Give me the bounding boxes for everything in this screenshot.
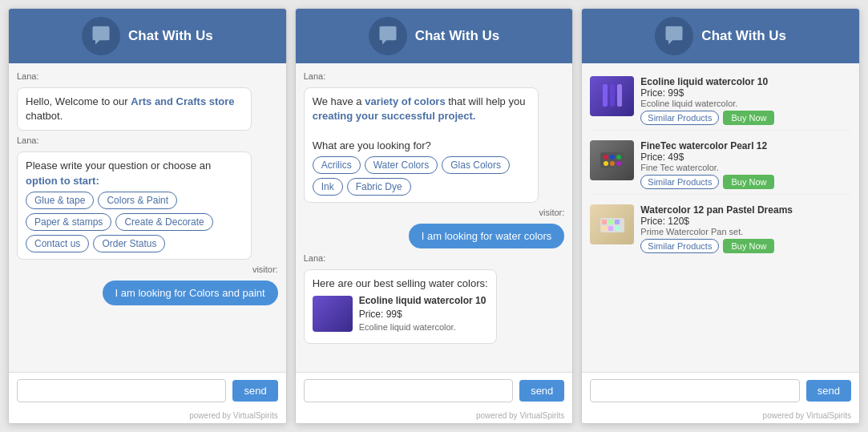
mini-product-name: Ecoline liquid watercolor 10 <box>359 294 486 308</box>
options-prompt-text: Please write your question or choose an … <box>26 159 243 188</box>
svg-point-6 <box>616 155 621 159</box>
buy-btn-1[interactable]: Buy Now <box>723 111 774 125</box>
product-actions-1: Similar Products Buy Now <box>640 111 851 125</box>
bubble-visitor-p2: I am looking for water colors <box>409 224 565 248</box>
product-card-1: Ecoline liquid watercolor 10 Price: 99$ … <box>590 71 851 131</box>
mini-product-desc: Ecoline liquid watercolor. <box>359 321 486 333</box>
product-img-1 <box>590 76 634 116</box>
visitor-label-p2: visitor: <box>304 208 565 217</box>
option-acrilics[interactable]: Acrilics <box>313 156 361 174</box>
chat-widget-3: Chat With Us Ecoline liquid watercolor 1… <box>581 8 860 424</box>
chat-icon-3 <box>655 17 693 55</box>
color-options-row: Acrilics Water Colors Glas Colors Ink Fa… <box>313 156 530 196</box>
svg-point-9 <box>616 161 621 166</box>
bubble-welcome: Hello, Welcome to our Arts and Crafts st… <box>17 87 252 131</box>
mini-product-1: Ecoline liquid watercolor 10 Price: 99$ … <box>313 291 488 337</box>
chat-header-1: Chat With Us <box>9 9 286 63</box>
chat-bubble-icon-3 <box>663 25 685 47</box>
welcome-text: Hello, Welcome to our Arts and Crafts st… <box>26 95 235 122</box>
product-name-2: FineTec watercolor Pearl 12 <box>640 140 851 151</box>
chat-footer-2: send <box>296 372 573 409</box>
product-desc-3: Prime Watercolor Pan set. <box>640 227 851 236</box>
chat-header-3: Chat With Us <box>582 9 859 63</box>
mini-product-img <box>313 296 353 332</box>
chat-body-2: Lana: We have a variety of colors that w… <box>296 63 573 372</box>
product-card-3: Watercolor 12 pan Pastel Dreams Price: 1… <box>590 200 851 258</box>
chat-footer-1: send <box>9 372 286 409</box>
powered-by-2: powered by VirtualSpirits <box>296 409 573 423</box>
bubble-options-prompt: Please write your question or choose an … <box>17 151 252 259</box>
product-price-3: Price: 120$ <box>640 216 851 227</box>
product-img-3 <box>590 204 634 244</box>
buy-btn-2[interactable]: Buy Now <box>723 175 774 189</box>
visitor-label-1: visitor: <box>17 264 278 274</box>
options-row-1: Glue & tape Colors & Paint Paper & stamp… <box>26 192 243 252</box>
send-button-2[interactable]: send <box>519 380 564 402</box>
best-selling-text: Here are our best selling water colors: <box>313 277 488 291</box>
bubble-best-selling: Here are our best selling water colors: … <box>304 269 497 344</box>
chat-input-1[interactable] <box>17 379 226 402</box>
looking-for-text: What are you looking for? <box>313 139 530 153</box>
svg-rect-11 <box>602 220 607 224</box>
chat-input-3[interactable] <box>590 379 799 402</box>
powered-by-3: powered by VirtualSpirits <box>582 409 859 423</box>
option-ink[interactable]: Ink <box>313 178 343 196</box>
product-price-2: Price: 49$ <box>640 151 851 163</box>
svg-rect-2 <box>617 84 622 107</box>
svg-point-8 <box>610 161 615 166</box>
send-button-1[interactable]: send <box>232 380 277 402</box>
chat-title-1: Chat With Us <box>128 28 213 44</box>
option-water-colors[interactable]: Water Colors <box>365 156 438 174</box>
chat-widget-2: Chat With Us Lana: We have a variety of … <box>295 8 574 424</box>
svg-point-7 <box>604 161 608 166</box>
lana-label-1: Lana: <box>17 71 278 81</box>
chat-footer-3: send <box>582 372 859 409</box>
svg-rect-15 <box>608 226 613 231</box>
product-info-2: FineTec watercolor Pearl 12 Price: 49$ F… <box>640 140 851 189</box>
chat-bubble-icon-2 <box>377 25 399 47</box>
mini-product-info: Ecoline liquid watercolor 10 Price: 99$ … <box>359 294 486 333</box>
powered-by-1: powered by VirtualSpirits <box>9 409 286 423</box>
chat-icon-1 <box>82 17 120 55</box>
product-info-1: Ecoline liquid watercolor 10 Price: 99$ … <box>640 76 851 125</box>
product-desc-1: Ecoline liquid watercolor. <box>640 99 851 108</box>
chat-bubble-icon <box>90 25 112 47</box>
svg-rect-0 <box>603 84 608 107</box>
mini-product-price: Price: 99$ <box>359 308 486 321</box>
option-order-status[interactable]: Order Status <box>93 235 165 252</box>
chat-title-2: Chat With Us <box>415 28 500 44</box>
option-contact-us[interactable]: Contact us <box>26 235 89 252</box>
chat-body-1: Lana: Hello, Welcome to our Arts and Cra… <box>9 63 286 372</box>
svg-rect-1 <box>610 84 615 107</box>
lana-label-p2-2: Lana: <box>304 253 565 263</box>
chat-input-2[interactable] <box>304 379 513 402</box>
similar-btn-3[interactable]: Similar Products <box>640 239 719 253</box>
product-name-1: Ecoline liquid watercolor 10 <box>640 76 851 87</box>
svg-rect-13 <box>615 220 620 224</box>
variety-text: We have a variety of colors that will he… <box>313 95 530 123</box>
bubble-visitor-1: I am looking for Colors and paint <box>103 281 278 305</box>
option-paper-stamps[interactable]: Paper & stamps <box>26 213 111 231</box>
product-name-3: Watercolor 12 pan Pastel Dreams <box>640 204 851 216</box>
svg-point-4 <box>604 155 608 159</box>
chat-widget-1: Chat With Us Lana: Hello, Welcome to our… <box>8 8 287 424</box>
product-desc-2: Fine Tec watercolor. <box>640 163 851 172</box>
chat-title-3: Chat With Us <box>701 28 786 44</box>
product-card-2: FineTec watercolor Pearl 12 Price: 49$ F… <box>590 135 851 195</box>
option-fabric-dye[interactable]: Fabric Dye <box>347 178 411 196</box>
buy-btn-3[interactable]: Buy Now <box>723 239 774 253</box>
option-colors-paint[interactable]: Colors & Paint <box>98 192 177 209</box>
chat-icon-2 <box>369 17 407 55</box>
option-glas-colors[interactable]: Glas Colors <box>442 156 510 174</box>
bubble-variety: We have a variety of colors that will he… <box>304 87 539 203</box>
similar-btn-2[interactable]: Similar Products <box>640 175 719 189</box>
similar-btn-1[interactable]: Similar Products <box>640 111 719 125</box>
lana-label-p2-1: Lana: <box>304 71 565 81</box>
option-create-decorate[interactable]: Create & Decorate <box>115 213 212 231</box>
chat-body-3: Ecoline liquid watercolor 10 Price: 99$ … <box>582 63 859 372</box>
send-button-3[interactable]: send <box>806 380 851 402</box>
option-glue-tape[interactable]: Glue & tape <box>26 192 94 209</box>
product-actions-2: Similar Products Buy Now <box>640 175 851 189</box>
svg-rect-16 <box>615 226 620 231</box>
svg-rect-14 <box>602 226 607 231</box>
